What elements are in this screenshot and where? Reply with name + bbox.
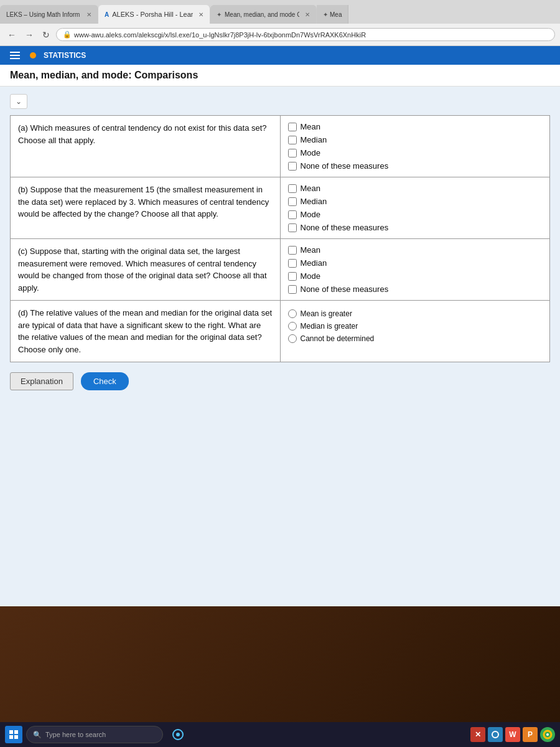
label-b-none: None of these measures — [301, 223, 389, 232]
taskbar-icon-p[interactable]: P — [523, 727, 538, 742]
start-button[interactable] — [5, 726, 22, 743]
tab-1-close[interactable]: ✕ — [86, 11, 91, 18]
label-b-median: Median — [301, 197, 327, 206]
url-text: www-awu.aleks.com/alekscgi/x/lsl.exe/1o_… — [74, 31, 366, 39]
tab-2-close[interactable]: ✕ — [198, 11, 203, 18]
question-b-text: (b) Suppose that the measurement 15 (the… — [11, 177, 281, 239]
screen-background: LEKS – Using Math Inform Y ✕ A ALEKS - P… — [0, 0, 560, 747]
search-icon: 🔍 — [33, 731, 42, 739]
question-b-row: (b) Suppose that the measurement 15 (the… — [11, 177, 550, 239]
checkbox-b-mean[interactable] — [288, 184, 297, 193]
label-c-mode: Mode — [301, 271, 321, 281]
question-b-options: Mean Median Mode — [280, 177, 550, 239]
explanation-button[interactable]: Explanation — [10, 372, 73, 390]
checkbox-c-mode[interactable] — [288, 272, 297, 281]
option-c-median: Median — [288, 258, 543, 268]
forward-button[interactable]: → — [22, 29, 36, 41]
option-d-cannot-determine: Cannot be determined — [288, 334, 543, 343]
option-c-mode: Mode — [288, 271, 543, 281]
svg-point-6 — [492, 731, 498, 738]
tab-4-label: Mea — [330, 11, 342, 18]
back-button[interactable]: ← — [5, 29, 19, 41]
option-a-mode: Mode — [288, 148, 543, 157]
label-a-none: None of these measures — [301, 161, 389, 171]
tab-3[interactable]: ✦ Mean, median, and mode Co ✕ — [210, 5, 317, 24]
label-a-mean: Mean — [301, 122, 321, 131]
tab-1[interactable]: LEKS – Using Math Inform Y ✕ — [0, 5, 98, 24]
svg-rect-0 — [9, 730, 13, 734]
hamburger-menu[interactable] — [10, 52, 20, 59]
taskbar-icon-o[interactable] — [488, 727, 503, 742]
check-button[interactable]: Check — [81, 372, 129, 390]
label-c-none: None of these measures — [301, 284, 389, 294]
checkbox-c-median[interactable] — [288, 259, 297, 268]
checkbox-c-mean[interactable] — [288, 246, 297, 255]
svg-point-8 — [546, 733, 549, 736]
label-a-mode: Mode — [301, 148, 321, 157]
svg-rect-3 — [14, 735, 18, 739]
question-c-row: (c) Suppose that, starting with the orig… — [11, 239, 550, 301]
question-a-text: (a) Which measures of central tendency d… — [11, 116, 281, 177]
option-b-median: Median — [288, 197, 543, 206]
lock-icon: 🔒 — [63, 31, 72, 39]
tab-1-label: LEKS – Using Math Inform Y — [6, 11, 81, 18]
tab-4[interactable]: ✦ Mea — [317, 5, 348, 24]
taskbar-system-icons: ✕ W P — [470, 727, 555, 742]
subject-indicator — [30, 52, 36, 59]
option-b-none: None of these measures — [288, 223, 543, 232]
question-a-row: (a) Which measures of central tendency d… — [11, 116, 550, 177]
taskbar-search[interactable]: 🔍 Type here to search — [26, 726, 163, 743]
checkbox-b-mode[interactable] — [288, 210, 297, 219]
browser-window: LEKS – Using Math Inform Y ✕ A ALEKS - P… — [0, 0, 560, 606]
questions-table: (a) Which measures of central tendency d… — [10, 115, 550, 362]
checkbox-a-median[interactable] — [288, 136, 297, 144]
bottom-buttons: Explanation Check — [10, 372, 550, 403]
cortana-icon[interactable] — [167, 723, 189, 746]
label-c-median: Median — [301, 258, 327, 268]
taskbar-icon-w[interactable]: W — [505, 727, 520, 742]
content-area: ⌄ (a) Which measures of central tendency… — [0, 87, 560, 410]
radio-d-median-greater[interactable] — [288, 322, 297, 331]
option-a-none: None of these measures — [288, 161, 543, 171]
question-d-row: (d) The relative values of the mean and … — [11, 301, 550, 362]
radio-d-cannot-determine[interactable] — [288, 334, 297, 343]
option-d-mean-greater: Mean is greater — [288, 309, 543, 318]
collapse-button[interactable]: ⌄ — [10, 94, 27, 109]
label-c-mean: Mean — [301, 245, 321, 255]
label-a-median: Median — [301, 135, 327, 144]
checkbox-c-none[interactable] — [288, 285, 297, 294]
tab-2-favicon: A — [105, 11, 109, 18]
taskbar-icon-x[interactable]: ✕ — [470, 727, 485, 742]
checkbox-a-mean[interactable] — [288, 123, 297, 131]
option-b-mean: Mean — [288, 184, 543, 193]
tab-bar: LEKS – Using Math Inform Y ✕ A ALEKS - P… — [0, 0, 560, 24]
page-content: STATISTICS Mean, median, and mode: Compa… — [0, 46, 560, 606]
checkbox-b-none[interactable] — [288, 223, 297, 232]
checkbox-a-none[interactable] — [288, 162, 297, 171]
svg-rect-1 — [14, 730, 18, 734]
taskbar-apps — [167, 723, 189, 746]
tab-3-favicon: ✦ — [217, 11, 222, 18]
tab-3-close[interactable]: ✕ — [305, 11, 310, 18]
checkbox-a-mode[interactable] — [288, 149, 297, 157]
label-d-cannot-determine: Cannot be determined — [301, 334, 375, 343]
reload-button[interactable]: ↻ — [40, 29, 52, 41]
svg-point-5 — [176, 733, 180, 736]
question-c-text: (c) Suppose that, starting with the orig… — [11, 239, 281, 301]
aleks-header: STATISTICS — [0, 46, 560, 65]
question-c-options: Mean Median Mode — [280, 239, 550, 301]
address-bar: ← → ↻ 🔒 www-awu.aleks.com/alekscgi/x/lsl… — [0, 24, 560, 46]
checkbox-b-median[interactable] — [288, 197, 297, 206]
option-c-none: None of these measures — [288, 284, 543, 294]
url-bar[interactable]: 🔒 www-awu.aleks.com/alekscgi/x/lsl.exe/1… — [56, 28, 555, 41]
search-placeholder-text: Type here to search — [45, 731, 106, 738]
taskbar: 🔍 Type here to search ✕ W P — [0, 722, 560, 747]
taskbar-icon-chrome[interactable] — [540, 727, 555, 742]
radio-d-mean-greater[interactable] — [288, 309, 297, 318]
label-d-mean-greater: Mean is greater — [301, 309, 352, 318]
tab-2[interactable]: A ALEKS - Porsha Hill - Learn ✕ — [98, 5, 210, 24]
svg-rect-2 — [9, 735, 13, 739]
option-b-mode: Mode — [288, 210, 543, 219]
tab-2-label: ALEKS - Porsha Hill - Learn — [112, 11, 193, 18]
option-a-median: Median — [288, 135, 543, 144]
